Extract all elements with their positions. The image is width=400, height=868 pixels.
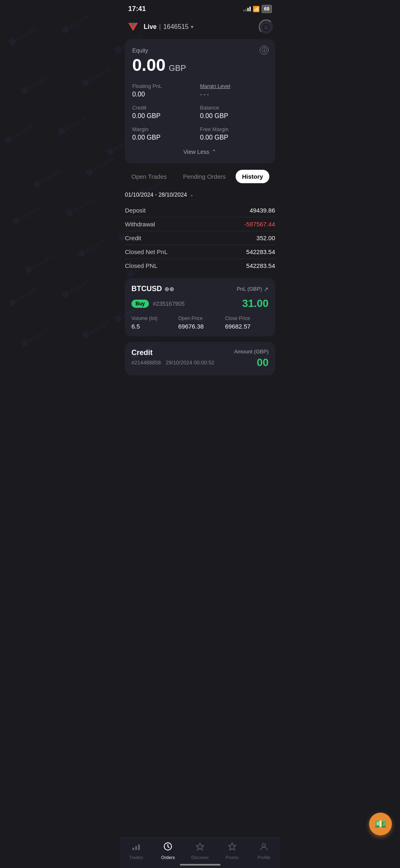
balance-label: Balance (200, 105, 268, 111)
info-icon[interactable]: ⓘ (260, 46, 269, 55)
metrics-grid: Floating PnL 0.00 Margin Level --- Credi… (132, 83, 268, 141)
credit-title: Credit (131, 349, 214, 357)
close-price-label: Close Price (225, 316, 269, 321)
closed-pnl-value: 542283.54 (246, 262, 275, 269)
date-range-chevron-icon: ⌄ (190, 192, 194, 197)
live-label: Live (144, 23, 157, 31)
credit-stat-value: 352.00 (256, 235, 275, 241)
margin-level-metric: Margin Level --- (200, 83, 268, 98)
history-stats: Deposit 49439.86 Withdrawal -587567.44 C… (120, 204, 280, 272)
floating-pnl-metric: Floating PnL 0.00 (132, 83, 200, 98)
brand-area: Live | 1646515 ▾ (127, 20, 193, 33)
volume-label: Volume (lot) (131, 316, 175, 321)
credit-label: Credit (132, 105, 200, 111)
credit-meta: #214488858 29/10/2024 00:00:52 (131, 359, 214, 366)
equity-label: Equity (132, 47, 268, 54)
status-bar: 17:41 📶 69 (120, 0, 280, 16)
stat-row: Closed Net PnL 542283.54 (125, 245, 275, 259)
close-price-metric: Close Price 69682.57 (225, 316, 269, 330)
brand-logo (127, 20, 140, 33)
credit-metric: Credit 0.00 GBP (132, 105, 200, 120)
pnl-value: 31.00 (242, 297, 269, 310)
close-price-value: 69682.57 (225, 323, 269, 330)
closed-pnl-label: Closed PNL (125, 262, 157, 269)
free-margin-value: 0.00 GBP (200, 134, 268, 141)
chevron-up-icon: ⌃ (212, 149, 216, 155)
account-info[interactable]: Live | 1646515 ▾ (144, 23, 193, 31)
free-margin-label: Free Margin (200, 126, 268, 132)
deposit-label: Deposit (125, 207, 146, 214)
equity-value: 0.00 GBP (132, 55, 268, 75)
separator: | (159, 23, 161, 31)
tab-history[interactable]: History (236, 170, 270, 183)
trade-metrics: Volume (lot) 6.5 Open Price 69676.38 Clo… (131, 316, 269, 330)
credit-entry-card: Credit #214488858 29/10/2024 00:00:52 Am… (125, 342, 275, 375)
date-range-label: 01/10/2024 - 28/10/2024 (125, 191, 187, 198)
pnl-label: PnL (GBP) ↗ (237, 286, 269, 292)
credit-date: 29/10/2024 00:00:52 (166, 359, 214, 366)
stat-row: Withdrawal -587567.44 (125, 217, 275, 231)
margin-metric: Margin 0.00 GBP (132, 126, 200, 141)
order-number: #235167905 (153, 300, 185, 307)
free-margin-metric: Free Margin 0.00 GBP (200, 126, 268, 141)
camera-icon: ◯ (262, 23, 270, 31)
margin-value: 0.00 GBP (132, 134, 200, 141)
symbol-icon: ⊕⊕ (164, 286, 174, 292)
open-price-label: Open Price (178, 316, 222, 321)
margin-level-label: Margin Level (200, 83, 268, 89)
stat-row: Credit 352.00 (125, 231, 275, 245)
margin-level-value: --- (200, 91, 268, 98)
trade-row2: Buy #235167905 31.00 (131, 297, 269, 310)
tabs-row: Open Trades Pending Orders History (120, 163, 280, 190)
symbol-name: BTCUSD (131, 285, 162, 293)
withdrawal-value: -587567.44 (244, 221, 275, 228)
deposit-value: 49439.86 (249, 207, 275, 214)
margin-label: Margin (132, 126, 200, 132)
trade-header: BTCUSD ⊕⊕ PnL (GBP) ↗ (131, 285, 269, 293)
view-less-button[interactable]: View Less ⌃ (132, 149, 268, 155)
credit-order-id: #214488858 (131, 359, 161, 366)
floating-pnl-value: 0.00 (132, 91, 200, 98)
date-range[interactable]: 01/10/2024 - 28/10/2024 ⌄ (120, 190, 280, 204)
top-nav: Live | 1646515 ▾ ◯ (120, 16, 280, 39)
credit-value: 0.00 GBP (132, 112, 200, 120)
status-time: 17:41 (128, 5, 146, 13)
credit-stat-label: Credit (125, 235, 141, 241)
closed-net-pnl-label: Closed Net PnL (125, 248, 168, 255)
status-icons: 📶 69 (243, 5, 272, 13)
stat-row: Deposit 49439.86 (125, 204, 275, 217)
equity-currency: GBP (169, 64, 186, 73)
btcusd-trade-card: BTCUSD ⊕⊕ PnL (GBP) ↗ Buy #235167905 31.… (125, 278, 275, 336)
stat-row: Closed PNL 542283.54 (125, 259, 275, 272)
open-price-value: 69676.38 (178, 323, 222, 330)
floating-pnl-label: Floating PnL (132, 83, 200, 89)
account-dropdown-icon: ▾ (191, 24, 193, 30)
balance-value: 0.00 GBP (200, 112, 268, 120)
amount-label: Amount (GBP) (234, 349, 269, 355)
volume-metric: Volume (lot) 6.5 (131, 316, 175, 330)
tab-open-trades[interactable]: Open Trades (125, 170, 173, 183)
open-price-metric: Open Price 69676.38 (178, 316, 222, 330)
view-less-label: View Less (184, 149, 210, 155)
account-card: ⓘ Equity 0.00 GBP Floating PnL 0.00 Marg… (125, 39, 275, 163)
share-icon: ↗ (264, 286, 269, 292)
buy-badge: Buy (131, 300, 149, 308)
battery-indicator: 69 (262, 5, 272, 13)
tab-pending-orders[interactable]: Pending Orders (177, 170, 232, 183)
camera-button[interactable]: ◯ (259, 20, 273, 34)
withdrawal-label: Withdrawal (125, 221, 155, 228)
volume-value: 6.5 (131, 323, 175, 330)
signal-icon (243, 7, 251, 11)
wifi-icon: 📶 (253, 6, 260, 12)
account-number: 1646515 (163, 23, 188, 31)
credit-amount: 00 (234, 356, 269, 369)
balance-metric: Balance 0.00 GBP (200, 105, 268, 120)
trade-symbol: BTCUSD ⊕⊕ (131, 285, 174, 293)
closed-net-pnl-value: 542283.54 (246, 248, 275, 255)
equity-number: 0.00 (132, 55, 166, 75)
credit-card-header: Credit #214488858 29/10/2024 00:00:52 Am… (131, 349, 269, 369)
